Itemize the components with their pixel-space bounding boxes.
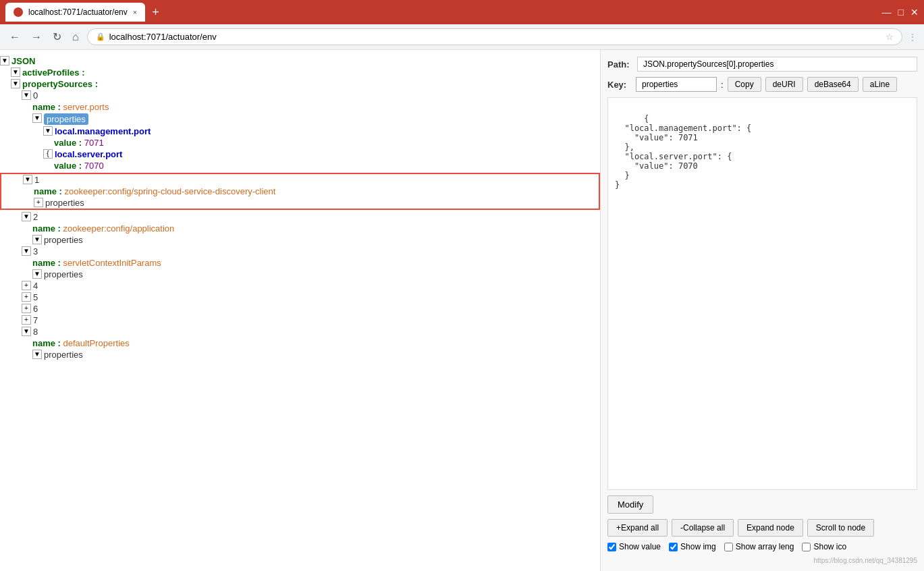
tab-favicon: [13, 7, 23, 17]
new-tab-btn[interactable]: +: [148, 5, 163, 20]
key-input[interactable]: [636, 77, 717, 92]
node2-properties[interactable]: ▼ properties: [0, 234, 600, 246]
node7-toggle[interactable]: +: [22, 315, 31, 325]
show-value-label: Show value: [619, 542, 661, 551]
node8-properties-toggle[interactable]: ▼: [32, 350, 42, 359]
expand-node-btn[interactable]: Expand node: [738, 519, 803, 537]
key-label: Key:: [607, 80, 632, 90]
node3-name: name : servletContextInitParams: [0, 257, 600, 269]
home-btn[interactable]: ⌂: [70, 30, 82, 45]
show-img-item: Show img: [669, 542, 716, 551]
node0-toggle[interactable]: ▼: [22, 90, 31, 100]
node1-toggle[interactable]: ▼: [23, 175, 32, 184]
active-profiles-node: ▼ activeProfiles :: [0, 67, 600, 78]
node3-toggle[interactable]: ▼: [22, 246, 31, 256]
forward-btn[interactable]: →: [28, 30, 45, 45]
lmp-toggle[interactable]: ▼: [43, 126, 53, 136]
node4-index-label: 4: [33, 281, 38, 291]
lmp-value-key: value :: [54, 138, 82, 148]
show-ico-checkbox[interactable]: [802, 543, 811, 551]
expand-all-btn[interactable]: +Expand all: [607, 519, 668, 537]
node8-toggle[interactable]: ▼: [22, 327, 31, 336]
lsp-value-key: value :: [54, 161, 82, 171]
browser-chrome: localhost:7071/actuator/env × + — □ ✕: [0, 0, 924, 24]
node5-index: + 5: [0, 292, 600, 303]
lsp-node: { local.server.port: [0, 148, 600, 160]
show-array-checkbox[interactable]: [724, 543, 733, 551]
node2-name-key: name :: [32, 223, 61, 234]
aline-btn[interactable]: aLine: [863, 77, 897, 92]
close-btn[interactable]: ✕: [911, 7, 919, 18]
node6-index: + 6: [0, 303, 600, 315]
active-tab[interactable]: localhost:7071/actuator/env ×: [5, 3, 145, 22]
root-toggle[interactable]: ▼: [0, 56, 9, 65]
node1-index-label: 1: [34, 175, 39, 185]
url-text: localhost:7071/actuator/env: [109, 32, 881, 42]
node0-properties-label: properties: [44, 113, 88, 125]
reload-btn[interactable]: ↻: [50, 29, 64, 45]
debase64-btn[interactable]: deBase64: [807, 77, 859, 92]
node1-properties-label: properties: [45, 198, 84, 208]
lmp-node: ▼ local.management.port: [0, 126, 600, 137]
node5-index-label: 5: [33, 292, 38, 302]
node2-index: ▼ 2: [0, 211, 600, 223]
modify-btn[interactable]: Modify: [607, 495, 653, 514]
property-sources-toggle[interactable]: ▼: [11, 79, 20, 88]
show-img-checkbox[interactable]: [669, 543, 678, 551]
node6-index-label: 6: [33, 304, 38, 314]
node5-toggle[interactable]: +: [22, 292, 31, 302]
node3-index: ▼ 3: [0, 246, 600, 257]
node1-highlight-box: ▼ 1 name : zookeeper:config/spring-cloud…: [0, 173, 600, 210]
property-sources-node: ▼ propertySources :: [0, 78, 600, 90]
key-row: Key: : Copy deURI deBase64 aLine: [607, 77, 917, 92]
node8-index: ▼ 8: [0, 326, 600, 337]
node0-properties-toggle[interactable]: ▼: [32, 113, 42, 123]
node8-name-value: defaultProperties: [63, 338, 130, 348]
node3-properties-label: properties: [44, 269, 83, 279]
back-btn[interactable]: ←: [7, 30, 23, 45]
node1-name-value: zookeeper:config/spring-cloud-service-di…: [65, 186, 276, 196]
active-profiles-label: activeProfiles :: [22, 67, 85, 78]
show-value-checkbox[interactable]: [607, 543, 616, 551]
property-sources-label: propertySources :: [22, 79, 98, 89]
minimize-btn[interactable]: —: [882, 7, 892, 18]
lsp-value-line: value : 7070: [0, 160, 600, 171]
node6-toggle[interactable]: +: [22, 304, 31, 313]
node2-name-value: zookeeper:config/application: [63, 223, 175, 234]
node3-name-value: servletContextInitParams: [63, 258, 161, 268]
url-bar[interactable]: 🔒 localhost:7071/actuator/env ☆: [87, 28, 902, 45]
node8-name: name : defaultProperties: [0, 337, 600, 349]
node8-properties[interactable]: ▼ properties: [0, 349, 600, 360]
active-profiles-toggle[interactable]: ▼: [11, 67, 20, 77]
node2-properties-toggle[interactable]: ▼: [32, 235, 42, 244]
node8-index-label: 8: [33, 327, 38, 337]
maximize-btn[interactable]: □: [898, 7, 904, 18]
bookmark-icon[interactable]: ☆: [886, 32, 894, 42]
node4-toggle[interactable]: +: [22, 281, 31, 290]
node7-index: + 7: [0, 315, 600, 326]
bottom-buttons: +Expand all -Collapse all Expand node Sc…: [607, 519, 917, 537]
collapse-all-btn[interactable]: -Collapse all: [672, 519, 734, 537]
window-controls: — □ ✕: [882, 7, 919, 18]
node1-properties[interactable]: + properties: [1, 197, 599, 209]
node0-index-label: 0: [33, 90, 38, 101]
show-img-label: Show img: [680, 542, 716, 551]
tab-title: localhost:7071/actuator/env: [28, 7, 128, 17]
node0-properties[interactable]: ▼ properties: [0, 113, 600, 126]
node2-name: name : zookeeper:config/application: [0, 223, 600, 234]
node3-properties-toggle[interactable]: ▼: [32, 269, 42, 279]
show-value-item: Show value: [607, 542, 661, 551]
copy-btn[interactable]: Copy: [728, 77, 761, 92]
show-ico-label: Show ico: [813, 542, 846, 551]
node3-properties[interactable]: ▼ properties: [0, 269, 600, 280]
address-bar: ← → ↻ ⌂ 🔒 localhost:7071/actuator/env ☆ …: [0, 24, 924, 50]
deuri-btn[interactable]: deURI: [765, 77, 803, 92]
tab-close-btn[interactable]: ×: [133, 8, 137, 16]
lsp-toggle[interactable]: {: [43, 149, 53, 159]
main-layout: ▼ JSON ▼ activeProfiles : ▼ propertySour…: [0, 50, 924, 571]
extensions-icon[interactable]: ⋮: [908, 32, 917, 43]
node1-properties-toggle[interactable]: +: [34, 198, 43, 207]
scroll-to-node-btn[interactable]: Scroll to node: [807, 519, 874, 537]
node7-index-label: 7: [33, 315, 38, 325]
node2-toggle[interactable]: ▼: [22, 212, 31, 221]
